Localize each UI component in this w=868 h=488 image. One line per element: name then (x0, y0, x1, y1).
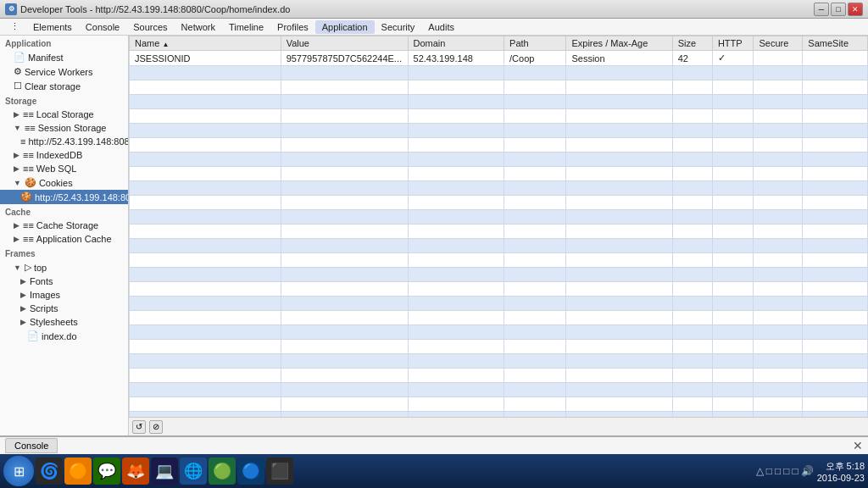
tray-icon-3[interactable]: □ (775, 465, 781, 477)
col-samesite[interactable]: SameSite (803, 36, 868, 51)
sidebar-item-fonts[interactable]: ▶ Fonts (0, 274, 128, 288)
sort-arrow-name: ▲ (162, 41, 169, 48)
menu-item-elements[interactable]: Elements (26, 20, 79, 34)
sidebar: Application 📄 Manifest ⚙ Service Workers… (0, 36, 129, 435)
table-row[interactable] (130, 282, 868, 297)
tray-icon-keyboard[interactable]: □ (792, 465, 798, 477)
table-row[interactable] (130, 311, 868, 325)
menu-item-timeline[interactable]: Timeline (222, 20, 270, 34)
menu-item-sources[interactable]: Sources (126, 20, 174, 34)
menu-item-application[interactable]: Application (315, 20, 375, 34)
cell-empty (130, 167, 281, 181)
taskbar-app-7[interactable]: 🟢 (209, 458, 236, 485)
table-row[interactable] (130, 325, 868, 340)
sidebar-item-session-storage[interactable]: ▼ ≡≡ Session Storage (0, 121, 128, 135)
menu-item-console[interactable]: Console (79, 20, 126, 34)
table-row[interactable] (130, 369, 868, 383)
menu-item-panel-toggle[interactable]: ⋮ (3, 19, 26, 34)
table-row[interactable] (130, 66, 868, 80)
table-row[interactable] (130, 253, 868, 268)
clock-date: 2016-09-23 (817, 473, 865, 483)
table-row[interactable] (130, 152, 868, 167)
tray-icon-4[interactable]: □ (783, 465, 789, 477)
col-domain[interactable]: Domain (408, 36, 504, 51)
close-button[interactable]: ✕ (848, 3, 863, 16)
sidebar-item-cookies[interactable]: ▼ 🍪 Cookies (0, 175, 128, 190)
sidebar-section-application: Application (0, 36, 128, 50)
close-console-button[interactable]: ✕ (853, 439, 863, 452)
col-expires[interactable]: Expires / Max-Age (566, 36, 672, 51)
clear-button[interactable]: ⊘ (149, 420, 163, 434)
table-row[interactable] (130, 80, 868, 95)
cell-value: 9577957875D7C562244E... (281, 51, 408, 66)
titlebar-title: Developer Tools - http://52.43.199.148:8… (20, 4, 290, 14)
taskbar-app-chrome[interactable]: 🌀 (36, 458, 63, 485)
sidebar-item-cookies-url[interactable]: 🍪 http://52.43.199.148:8080 (0, 190, 128, 204)
table-row[interactable] (130, 383, 868, 397)
sidebar-item-service-workers[interactable]: ⚙ Service Workers (0, 64, 128, 79)
menu-item-network[interactable]: Network (175, 20, 222, 34)
expand-arrow-local-storage: ▶ (14, 110, 19, 119)
sidebar-item-stylesheets[interactable]: ▶ Stylesheets (0, 315, 128, 329)
sidebar-item-index-do[interactable]: 📄 index.do (0, 329, 128, 343)
taskbar-app-ie[interactable]: 🌐 (180, 458, 207, 485)
col-size[interactable]: Size (672, 36, 712, 51)
cell-empty (130, 138, 281, 152)
sidebar-item-local-storage[interactable]: ▶ ≡≡ Local Storage (0, 108, 128, 121)
col-path[interactable]: Path (504, 36, 566, 51)
taskbar-app-5[interactable]: 💻 (151, 458, 178, 485)
minimize-button[interactable]: ─ (814, 3, 829, 16)
tray-icon-sound[interactable]: 🔊 (801, 465, 814, 477)
table-row[interactable] (130, 181, 868, 196)
frame-icon: ▷ (25, 262, 31, 273)
cell-empty (130, 239, 281, 253)
sidebar-item-images[interactable]: ▶ Images (0, 288, 128, 302)
sidebar-item-scripts[interactable]: ▶ Scripts (0, 302, 128, 315)
table-container[interactable]: Name ▲ Value Domain Path Expires / Max-A… (129, 36, 868, 417)
table-row[interactable] (130, 95, 868, 109)
taskbar-app-8[interactable]: 🔵 (237, 458, 264, 485)
col-secure[interactable]: Secure (754, 36, 803, 51)
taskbar-right: △ □ □ □ □ 🔊 오후 5:18 2016-09-23 (756, 460, 865, 483)
table-row[interactable] (130, 167, 868, 181)
table-row[interactable] (130, 354, 868, 369)
refresh-button[interactable]: ↺ (132, 420, 146, 434)
taskbar-app-9[interactable]: ⬛ (266, 458, 293, 485)
table-row[interactable] (130, 109, 868, 124)
sidebar-item-cache-storage[interactable]: ▶ ≡≡ Cache Storage (0, 219, 128, 232)
sidebar-item-top-frame[interactable]: ▼ ▷ top (0, 260, 128, 274)
sidebar-item-session-storage-url[interactable]: ≡ http://52.43.199.148:8080 (0, 135, 128, 148)
table-row[interactable]: JSESSIONID 9577957875D7C562244E... 52.43… (130, 51, 868, 66)
menu-item-security[interactable]: Security (375, 20, 422, 34)
col-http[interactable]: HTTP (712, 36, 754, 51)
tray-icon-2[interactable]: □ (766, 465, 772, 477)
taskbar-app-3[interactable]: 💬 (93, 458, 120, 485)
table-row[interactable] (130, 124, 868, 138)
table-row[interactable] (130, 210, 868, 225)
start-button[interactable]: ⊞ (3, 456, 34, 486)
table-row[interactable] (130, 340, 868, 354)
menu-item-audits[interactable]: Audits (421, 20, 461, 34)
table-row[interactable] (130, 138, 868, 152)
table-row[interactable] (130, 239, 868, 253)
cell-empty (130, 152, 281, 167)
taskbar-app-firefox[interactable]: 🦊 (122, 458, 149, 485)
col-name[interactable]: Name ▲ (130, 36, 281, 51)
table-row[interactable] (130, 196, 868, 210)
sidebar-item-app-cache[interactable]: ▶ ≡≡ Application Cache (0, 232, 128, 246)
tray-icon-1[interactable]: △ (756, 465, 764, 477)
sidebar-item-web-sql[interactable]: ▶ ≡≡ Web SQL (0, 162, 128, 175)
table-row[interactable] (130, 297, 868, 311)
table-row[interactable] (130, 397, 868, 412)
expand-arrow-images: ▶ (20, 291, 26, 299)
taskbar-app-2[interactable]: 🟠 (64, 458, 92, 485)
maximize-button[interactable]: □ (831, 3, 846, 16)
table-row[interactable] (130, 268, 868, 282)
sidebar-item-indexed-db[interactable]: ▶ ≡≡ IndexedDB (0, 148, 128, 162)
menu-item-profiles[interactable]: Profiles (270, 20, 315, 34)
col-value[interactable]: Value (281, 36, 408, 51)
table-row[interactable] (130, 225, 868, 239)
console-tab[interactable]: Console (5, 438, 58, 453)
sidebar-item-clear-storage[interactable]: ☐ Clear storage (0, 79, 128, 93)
sidebar-item-manifest[interactable]: 📄 Manifest (0, 50, 128, 64)
